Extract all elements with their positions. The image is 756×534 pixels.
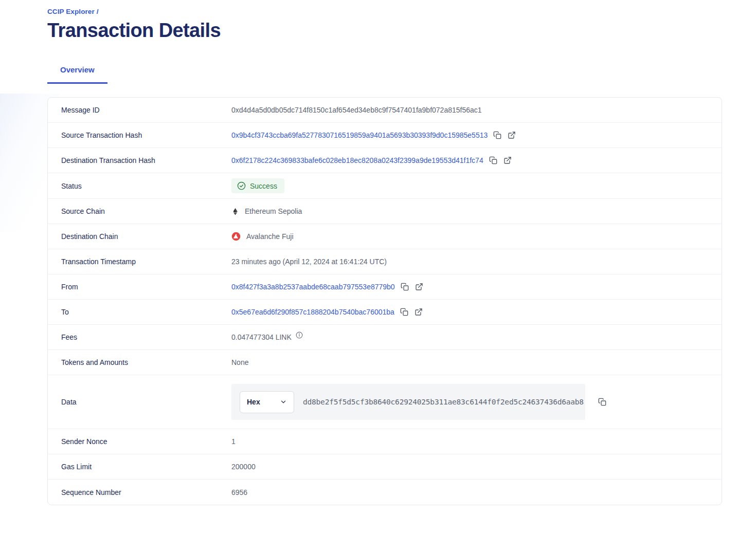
transaction-details-card: Message ID 0xd4d4a5d0db05dc714f8150c1af6…	[47, 97, 722, 505]
row-label: Sender Nonce	[48, 437, 231, 446]
table-row-timestamp: Transaction Timestamp 23 minutes ago (Ap…	[48, 249, 722, 274]
row-label: Destination Transaction Hash	[48, 156, 231, 164]
data-format-selected: Hex	[247, 398, 260, 406]
copy-icon[interactable]	[400, 282, 409, 291]
gas-limit-value: 200000	[231, 463, 256, 471]
source-tx-hash-link[interactable]: 0x9b4cf3743ccba69fa5277830716519859a9401…	[231, 131, 488, 139]
status-badge-label: Success	[250, 182, 277, 190]
row-label: Source Transaction Hash	[48, 131, 231, 139]
row-label: Source Chain	[48, 207, 231, 215]
breadcrumb-separator: /	[97, 8, 99, 15]
sender-nonce-value: 1	[231, 437, 236, 446]
dest-chain-name: Avalanche Fuji	[246, 232, 294, 241]
row-label: To	[48, 308, 231, 316]
breadcrumb-ccip-explorer-link[interactable]: CCIP Explorer	[47, 8, 95, 15]
table-row-sender-nonce: Sender Nonce 1	[48, 429, 722, 454]
avalanche-icon	[231, 232, 241, 241]
table-row-from: From 0x8f427f3a3a8b2537aabde68caab797553…	[48, 274, 722, 300]
table-row-source-chain: Source Chain Ethereum Sepolia	[48, 199, 722, 224]
table-row-status: Status Success	[48, 173, 722, 199]
breadcrumb: CCIP Explorer/	[47, 8, 722, 15]
data-hex-panel: Hex dd8be2f5f5d5cf3b8640c62924025b311ae8…	[231, 384, 585, 420]
table-row-fees: Fees 0.047477304 LINK	[48, 325, 722, 350]
row-label: Sequence Number	[48, 488, 231, 496]
data-format-select[interactable]: Hex	[240, 391, 294, 413]
info-icon[interactable]	[296, 332, 303, 339]
status-badge: Success	[231, 178, 284, 193]
source-chain-name: Ethereum Sepolia	[245, 207, 302, 215]
tab-overview[interactable]: Overview	[47, 65, 107, 84]
tab-bar: Overview	[47, 65, 722, 84]
ethereum-icon	[231, 207, 239, 216]
page-title: Transaction Details	[47, 20, 722, 42]
table-row-dest-chain: Destination Chain Avalanche Fuji	[48, 224, 722, 249]
row-label: Status	[48, 182, 231, 190]
copy-icon[interactable]	[598, 397, 607, 407]
row-label: Fees	[48, 333, 231, 341]
table-row-data: Data Hex dd8be2f5f5d5cf3b8640c62924025b3…	[48, 375, 722, 429]
table-row-dest-tx-hash: Destination Transaction Hash 0x6f2178c22…	[48, 148, 722, 173]
external-link-icon[interactable]	[415, 282, 424, 291]
copy-icon[interactable]	[400, 307, 409, 317]
table-row-sequence-number: Sequence Number 6956	[48, 480, 722, 505]
copy-icon[interactable]	[493, 131, 502, 140]
external-link-icon[interactable]	[503, 156, 512, 165]
table-row-source-tx-hash: Source Transaction Hash 0x9b4cf3743ccba6…	[48, 123, 722, 148]
fees-value: 0.047477304 LINK	[231, 333, 292, 341]
timestamp-value: 23 minutes ago (April 12, 2024 at 16:41:…	[231, 257, 387, 266]
dest-tx-hash-link[interactable]: 0x6f2178c224c369833bafe6c028eb18ec8208a0…	[231, 156, 483, 164]
check-circle-icon	[237, 181, 246, 190]
to-address-link[interactable]: 0x5e67ea6d6f290f857c1888204b7540bac76001…	[231, 308, 394, 316]
external-link-icon[interactable]	[507, 131, 516, 140]
tab-bar-divider	[47, 83, 722, 84]
row-label: Destination Chain	[48, 232, 231, 241]
table-row-message-id: Message ID 0xd4d4a5d0db05dc714f8150c1af6…	[48, 98, 722, 123]
from-address-link[interactable]: 0x8f427f3a3a8b2537aabde68caab797553e8779…	[231, 283, 395, 291]
copy-icon[interactable]	[489, 156, 498, 165]
chevron-down-icon	[280, 398, 287, 406]
message-id-value: 0xd4d4a5d0db05dc714f8150c1af654ed34eb8c9…	[231, 106, 482, 114]
table-row-gas-limit: Gas Limit 200000	[48, 454, 722, 480]
external-link-icon[interactable]	[414, 307, 423, 317]
table-row-tokens-and-amounts: Tokens and Amounts None	[48, 350, 722, 375]
table-row-to: To 0x5e67ea6d6f290f857c1888204b7540bac76…	[48, 300, 722, 325]
tokens-and-amounts-value: None	[231, 358, 248, 366]
row-label: Tokens and Amounts	[48, 358, 231, 366]
sequence-number-value: 6956	[231, 488, 247, 496]
row-label: Message ID	[48, 106, 231, 114]
main-content: CCIP Explorer/ Transaction Details Overv…	[47, 0, 722, 505]
row-label: Transaction Timestamp	[48, 257, 231, 266]
row-label: Gas Limit	[48, 463, 231, 471]
data-hex-value: dd8be2f5f5d5cf3b8640c62924025b311ae83c61…	[303, 398, 584, 406]
row-label: Data	[48, 398, 231, 406]
row-label: From	[48, 283, 231, 291]
